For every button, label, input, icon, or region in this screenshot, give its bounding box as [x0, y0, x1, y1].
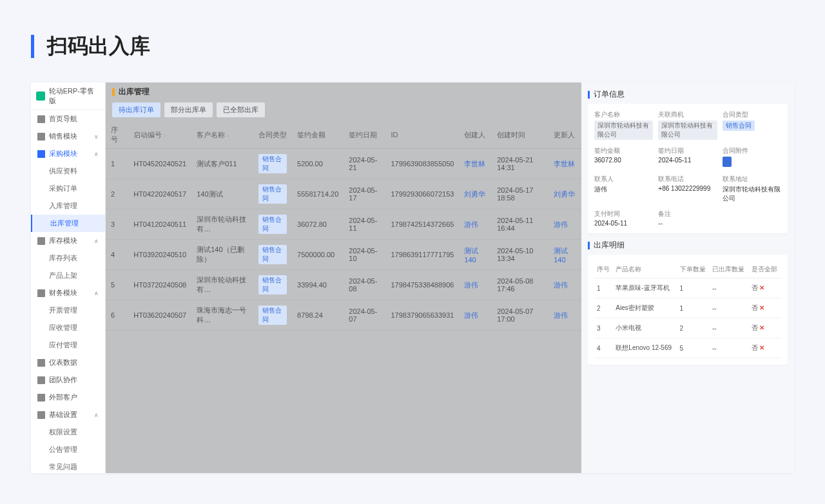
- nav-icon: [37, 237, 45, 245]
- header-accent: [31, 35, 34, 58]
- table-header[interactable]: 启动编号: [128, 121, 191, 149]
- cell-customer: 140测试: [191, 179, 253, 209]
- tab[interactable]: 待出库订单: [112, 102, 160, 117]
- close-icon[interactable]: ✕: [759, 284, 764, 291]
- table-row[interactable]: 1HT04520240521测试客户011销售合同5200.002024-05-…: [106, 149, 581, 179]
- customer-tag[interactable]: 深圳市轮动科技有限公司: [594, 121, 653, 140]
- nav-sub-item[interactable]: 供应资料: [31, 162, 105, 180]
- nav-sub-item[interactable]: 应收管理: [31, 319, 105, 336]
- nav-sub-item[interactable]: 采购订单: [31, 180, 105, 197]
- cell-id: 1798475338488906: [385, 270, 459, 300]
- nav-sub-item[interactable]: 公告管理: [31, 441, 105, 458]
- cell-creator[interactable]: 测试140: [459, 240, 492, 270]
- table-header: 产品名称: [613, 261, 677, 278]
- table-row[interactable]: 2Aies密封塑胶1--否✕: [594, 298, 781, 318]
- cell-date: 2024-05-07: [344, 300, 385, 331]
- chevron-icon: ∧: [94, 151, 99, 157]
- cell-complete: 否✕: [749, 278, 781, 298]
- cell-updater[interactable]: 李世林: [548, 149, 581, 179]
- document-icon[interactable]: [723, 157, 732, 167]
- cell-creator[interactable]: 游伟: [459, 300, 492, 331]
- nav-label: 基础设置: [49, 410, 77, 420]
- section-mark-icon: [588, 242, 590, 249]
- nav-item[interactable]: 采购模块∧: [31, 145, 105, 162]
- nav-item[interactable]: 首页导航: [31, 110, 105, 128]
- table-row[interactable]: 4联想Lenovo 12-5695--否✕: [594, 338, 781, 358]
- nav-item[interactable]: 外部客户: [31, 389, 105, 406]
- cell-updater[interactable]: 测试140: [548, 240, 581, 270]
- contact-value: 游伟: [594, 185, 653, 194]
- cell-creator[interactable]: 游伟: [459, 270, 492, 300]
- nav-sub-item[interactable]: 应付管理: [31, 336, 105, 354]
- nav-sub-item[interactable]: 开票管理: [31, 302, 105, 319]
- nav-sub-item[interactable]: 产品上架: [31, 267, 105, 284]
- amount-value: 36072.80: [594, 157, 653, 164]
- vendor-tag[interactable]: 深圳市轮动科技有限公司: [658, 121, 717, 140]
- field-label: 备注: [658, 209, 717, 218]
- cell-creator[interactable]: 游伟: [459, 209, 492, 240]
- nav-label: 首页导航: [49, 114, 77, 124]
- nav-item[interactable]: 基础设置∧: [31, 406, 105, 423]
- table-row[interactable]: 5HT03720240508深圳市轮动科技有…销售合同33994.402024-…: [106, 270, 581, 300]
- cell-product: 小米电视: [613, 318, 677, 338]
- close-icon[interactable]: ✕: [759, 344, 764, 351]
- cell-code: HT04220240517: [128, 179, 191, 209]
- nav-sub-item[interactable]: 常见问题: [31, 458, 105, 473]
- nav-icon: [37, 376, 45, 384]
- cell-id: 1799639083855050: [385, 149, 459, 179]
- nav-label: 团队协作: [49, 375, 77, 385]
- nav-sub-item[interactable]: 出库管理: [31, 215, 105, 232]
- tab[interactable]: 已全部出库: [217, 102, 265, 117]
- close-icon[interactable]: ✕: [759, 304, 764, 311]
- cell-updater[interactable]: 游伟: [548, 209, 581, 240]
- field-label: 支付时间: [594, 209, 653, 218]
- nav-label: 库存模块: [49, 236, 77, 246]
- table-header: 序号: [594, 261, 613, 278]
- nav-item[interactable]: 库存模块∧: [31, 232, 105, 249]
- table-row[interactable]: 1苹果原味-蓝牙耳机1--否✕: [594, 278, 781, 298]
- nav-sub-item[interactable]: 库存列表: [31, 249, 105, 267]
- page-title: 扫码出入库: [47, 32, 150, 61]
- cell-updater[interactable]: 游伟: [548, 300, 581, 331]
- cell-idx: 1: [106, 149, 128, 179]
- cell-date: 2024-05-11: [344, 209, 385, 240]
- cell-amount: 7500000.00: [292, 240, 344, 270]
- table-row[interactable]: 3HT04120240511深圳市轮动科技有…销售合同36072.802024-…: [106, 209, 581, 240]
- table-row[interactable]: 2HT04220240517140测试销售合同55581714.202024-0…: [106, 179, 581, 209]
- table-row[interactable]: 6HT03620240507珠海市海志一号科…销售合同8798.242024-0…: [106, 300, 581, 331]
- field-label: 联系人: [594, 175, 653, 184]
- chevron-icon: ∨: [94, 133, 99, 140]
- nav-sub-item[interactable]: 入库管理: [31, 197, 105, 215]
- remark-value: --: [658, 220, 717, 227]
- cell-updater[interactable]: 刘勇华: [548, 179, 581, 209]
- close-icon[interactable]: ✕: [759, 324, 764, 331]
- nav-sub-item[interactable]: 权限设置: [31, 423, 105, 441]
- nav-item[interactable]: 财务模块∧: [31, 284, 105, 302]
- nav-item[interactable]: 团队协作: [31, 371, 105, 389]
- table-row[interactable]: 4HT03920240510测试140（已删除）销售合同7500000.0020…: [106, 240, 581, 270]
- table-header[interactable]: 客户名称: [191, 121, 253, 149]
- nav-label: 销售模块: [49, 131, 77, 141]
- cell-product: 苹果原味-蓝牙耳机: [613, 278, 677, 298]
- cell-creator[interactable]: 李世林: [459, 149, 492, 179]
- section-mark-icon: [588, 91, 590, 99]
- nav-item[interactable]: 销售模块∨: [31, 128, 105, 145]
- cell-out: --: [710, 318, 749, 338]
- cell-qty: 1: [677, 278, 710, 298]
- order-info-title: 订单信息: [594, 89, 625, 100]
- cell-id: 1798379065633931: [385, 300, 459, 331]
- table-row[interactable]: 3小米电视2--否✕: [594, 318, 781, 338]
- table-header: 创建人: [459, 121, 492, 149]
- cell-updater[interactable]: 游伟: [548, 270, 581, 300]
- table-header: ID: [385, 121, 459, 149]
- cell-type: 销售合同: [253, 179, 292, 209]
- cell-amount: 36072.80: [292, 209, 344, 240]
- cell-amount: 33994.40: [292, 270, 344, 300]
- table-header: 是否全部: [749, 261, 781, 278]
- cell-creator[interactable]: 刘勇华: [459, 179, 492, 209]
- field-label: 合同附件: [723, 146, 781, 155]
- cell-ctime: 2024-05-08 17:46: [492, 270, 548, 300]
- nav-label: 仪表数据: [49, 358, 77, 367]
- nav-item[interactable]: 仪表数据: [31, 354, 105, 371]
- tab[interactable]: 部分出库单: [164, 102, 213, 117]
